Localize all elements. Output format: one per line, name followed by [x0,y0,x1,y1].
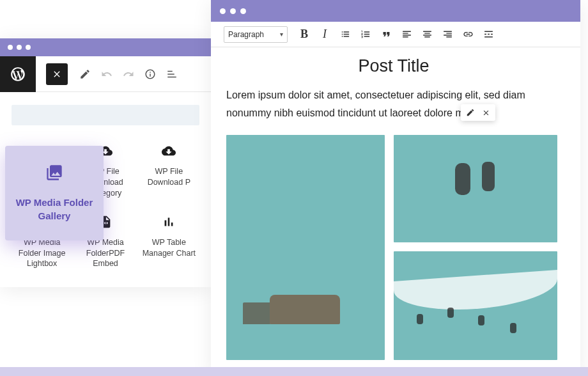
close-icon [482,109,490,117]
decorative-bar [211,367,580,376]
left-titlebar [0,38,211,56]
block-label: WP Media Folder Image Lightbox [12,237,72,270]
featured-block-label: WP Media Folder Gallery [5,196,104,223]
block-wp-table-manager-chart[interactable]: WP Table Manager Chart [139,213,199,270]
traffic-light-dot[interactable] [220,8,226,14]
cloud-download-icon [160,142,178,160]
bar-chart-icon [160,213,178,231]
paragraph-label: Paragraph [228,30,264,39]
edit-icon[interactable] [74,63,96,85]
gallery-icon [45,164,63,184]
rich-text-toolbar: Paragraph ▾ B I [211,22,580,47]
traffic-light-dot[interactable] [240,8,246,14]
close-icon [52,69,62,79]
traffic-light-dot[interactable] [26,45,31,50]
post-body-text[interactable]: Lorem ipsum dolor sit amet, consectetuer… [226,86,561,122]
blockquote-button[interactable] [377,26,395,43]
chevron-down-icon: ▾ [280,31,283,38]
traffic-light-dot[interactable] [17,45,22,50]
align-right-button[interactable] [438,26,456,43]
wp-editor-toolbar [0,56,211,92]
post-editor-window: Paragraph ▾ B I Post Title Lorem ipsum d… [211,0,580,376]
post-title[interactable]: Post Title [226,56,561,76]
align-left-button[interactable] [398,26,415,43]
search-blocks-input[interactable] [12,105,199,125]
read-more-button[interactable] [479,26,497,43]
numbered-list-button[interactable] [357,26,375,43]
gallery-image-1[interactable] [226,135,385,360]
outline-icon[interactable] [161,63,183,85]
gallery-edit-popover [461,104,495,121]
block-wp-file-download-product[interactable]: WP File Download P [139,142,199,199]
link-button[interactable] [459,26,477,43]
traffic-light-dot[interactable] [230,8,236,14]
block-label: WP File Download P [139,166,199,188]
gallery-image-2[interactable] [394,135,557,242]
paragraph-format-select[interactable]: Paragraph ▾ [224,26,288,43]
gallery-block[interactable] [226,135,561,360]
bold-button[interactable]: B [295,26,313,43]
wordpress-logo[interactable] [0,56,36,92]
redo-icon[interactable] [118,63,139,85]
undo-icon[interactable] [96,63,118,85]
traffic-light-dot[interactable] [8,45,13,50]
post-content: Post Title Lorem ipsum dolor sit amet, c… [211,47,580,360]
info-icon[interactable] [139,63,161,85]
pencil-icon [466,108,475,117]
block-wp-media-folder-gallery-featured[interactable]: WP Media Folder Gallery [5,146,104,240]
bullet-list-button[interactable] [336,26,354,43]
edit-gallery-button[interactable] [464,106,477,119]
right-titlebar [211,0,580,22]
remove-gallery-button[interactable] [479,106,492,119]
align-center-button[interactable] [418,26,436,43]
italic-button[interactable]: I [316,26,334,43]
block-label: WP Table Manager Chart [139,237,199,259]
block-label: WP Media FolderPDF Embed [75,237,135,270]
gallery-image-3[interactable] [394,251,557,360]
close-inserter-button[interactable] [46,63,68,85]
